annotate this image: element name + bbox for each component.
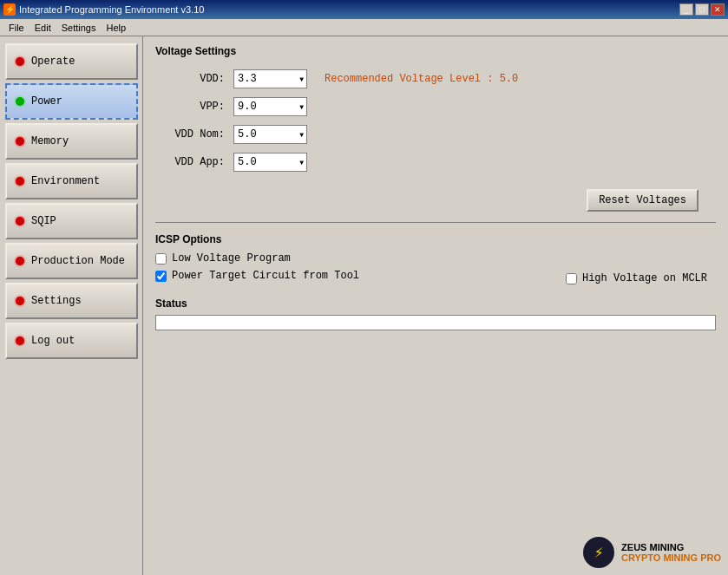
sqip-status-dot (16, 217, 24, 225)
vdd-nom-select-wrapper: 5.0 3.3 1.8 (233, 125, 307, 144)
high-voltage-checkbox[interactable] (566, 273, 577, 284)
reset-voltages-button[interactable]: Reset Voltages (587, 189, 698, 212)
vdd-nom-label: VDD Nom: (164, 128, 225, 140)
branding-text: ZEUS MINING CRYPTO MINING PRO (621, 542, 721, 563)
menu-help[interactable]: Help (101, 21, 131, 35)
status-title: Status (155, 297, 716, 310)
power-status-dot (16, 97, 24, 106)
vdd-nom-row: VDD Nom: 5.0 3.3 1.8 (164, 125, 716, 144)
high-voltage-label: High Voltage on MCLR (582, 272, 707, 284)
low-voltage-label: Low Voltage Program (172, 252, 291, 265)
vdd-app-row: VDD App: 5.0 3.3 1.8 (164, 153, 716, 172)
sidebar-item-production-mode[interactable]: Production Mode (5, 243, 138, 279)
icsp-title: ICSP Options (155, 233, 716, 245)
voltage-grid: VDD: 3.3 5.0 1.8 2.5 Recommended Voltage… (164, 69, 716, 172)
zeus-icon: ⚡ (583, 537, 614, 568)
recommended-text: Recommended Voltage Level : 5.0 (325, 73, 518, 85)
sidebar-item-sqip[interactable]: SQIP (5, 203, 138, 239)
high-voltage-row: High Voltage on MCLR (566, 272, 707, 284)
sidebar-item-environment[interactable]: Environment (5, 163, 138, 199)
vdd-row: VDD: 3.3 5.0 1.8 2.5 Recommended Voltage… (164, 69, 716, 88)
environment-status-dot (16, 177, 24, 186)
window-title: Integrated Programming Environment v3.10 (19, 4, 204, 15)
branding-line2: CRYPTO MINING PRO (621, 552, 721, 563)
production-status-dot (16, 257, 24, 265)
reset-btn-row: Reset Voltages (155, 189, 716, 212)
icsp-section: ICSP Options Low Voltage Program Power T… (155, 233, 716, 287)
settings-label: Settings (31, 295, 82, 307)
minimize-button[interactable]: _ (679, 3, 693, 16)
vdd-nom-select[interactable]: 5.0 3.3 1.8 (233, 125, 307, 144)
vdd-app-label: VDD App: (164, 156, 225, 168)
memory-status-dot (16, 137, 24, 146)
branding: ⚡ ZEUS MINING CRYPTO MINING PRO (583, 537, 721, 568)
vpp-select-wrapper: 9.0 12.0 13.0 (233, 97, 307, 116)
power-target-checkbox[interactable] (155, 271, 167, 282)
environment-label: Environment (31, 175, 100, 187)
sidebar: Operate Power Memory Environment SQIP Pr… (0, 36, 143, 575)
memory-label: Memory (31, 135, 69, 147)
menu-bar: File Edit Settings Help (0, 19, 728, 36)
vdd-select-wrapper: 3.3 5.0 1.8 2.5 (233, 69, 307, 88)
sidebar-item-operate[interactable]: Operate (5, 43, 138, 80)
main-content: Voltage Settings VDD: 3.3 5.0 1.8 2.5 Re… (143, 36, 728, 339)
vdd-label: VDD: (164, 73, 225, 85)
vpp-label: VPP: (164, 101, 225, 113)
sidebar-item-memory[interactable]: Memory (5, 123, 138, 160)
status-bar-container (155, 315, 716, 330)
operate-status-dot (16, 57, 24, 66)
vpp-select[interactable]: 9.0 12.0 13.0 (233, 97, 307, 116)
power-target-label: Power Target Circuit from Tool (172, 270, 359, 282)
icsp-spread-row: Power Target Circuit from Tool High Volt… (155, 270, 716, 287)
production-label: Production Mode (31, 255, 125, 267)
power-label: Power (31, 95, 62, 108)
vdd-select[interactable]: 3.3 5.0 1.8 2.5 (233, 69, 307, 88)
restore-button[interactable]: □ (695, 3, 709, 16)
logout-status-dot (16, 337, 24, 345)
operate-label: Operate (31, 56, 75, 68)
close-button[interactable]: ✕ (711, 3, 725, 16)
divider (155, 222, 716, 223)
app-icon: ⚡ (3, 3, 16, 16)
vpp-row: VPP: 9.0 12.0 13.0 (164, 97, 716, 116)
vdd-app-select-wrapper: 5.0 3.3 1.8 (233, 153, 307, 172)
settings-status-dot (16, 297, 24, 305)
logout-label: Log out (31, 335, 75, 347)
branding-line1: ZEUS MINING (621, 542, 721, 552)
sidebar-item-settings[interactable]: Settings (5, 283, 138, 319)
sidebar-item-logout[interactable]: Log out (5, 323, 138, 359)
title-bar: ⚡ Integrated Programming Environment v3.… (0, 0, 728, 19)
status-section: Status (155, 297, 716, 330)
sidebar-item-power[interactable]: Power (5, 83, 138, 120)
menu-file[interactable]: File (3, 21, 30, 35)
power-target-row: Power Target Circuit from Tool (155, 270, 359, 282)
low-voltage-checkbox[interactable] (155, 253, 167, 265)
menu-edit[interactable]: Edit (30, 21, 56, 35)
menu-settings[interactable]: Settings (56, 21, 102, 35)
voltage-settings-title: Voltage Settings (155, 45, 716, 57)
low-voltage-row: Low Voltage Program (155, 252, 716, 265)
vdd-app-select[interactable]: 5.0 3.3 1.8 (233, 153, 307, 172)
window-controls: _ □ ✕ (679, 3, 725, 16)
sqip-label: SQIP (31, 215, 56, 227)
